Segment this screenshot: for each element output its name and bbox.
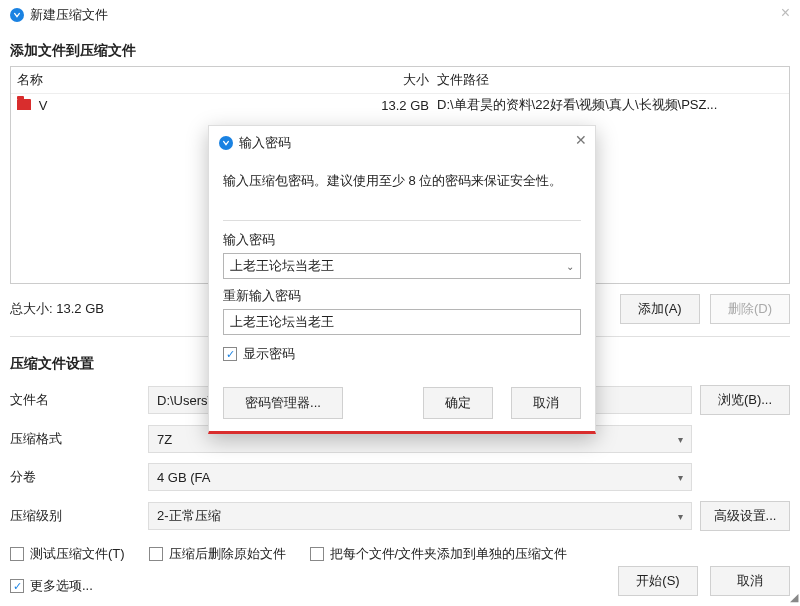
repeat-password-input[interactable]: 上老王论坛当老王 <box>223 309 581 335</box>
delete-original-checkbox[interactable]: 压缩后删除原始文件 <box>149 545 286 563</box>
folder-icon <box>17 99 31 110</box>
checkbox-icon <box>310 547 324 561</box>
format-label: 压缩格式 <box>10 430 140 448</box>
add-button[interactable]: 添加(A) <box>620 294 700 324</box>
app-icon <box>219 136 233 150</box>
checkbox-checked-icon: ✓ <box>223 347 237 361</box>
chevron-down-icon: ▾ <box>678 511 683 522</box>
filename-label: 文件名 <box>10 391 140 409</box>
col-name[interactable]: 名称 <box>17 71 377 89</box>
file-row[interactable]: V 13.2 GB D:\单君昊的资料\22好看\视频\真人\长视频\PSZ..… <box>11 94 789 116</box>
window-title: 新建压缩文件 <box>30 6 108 24</box>
dialog-hint: 输入压缩包密码。建议使用至少 8 位的密码来保证安全性。 <box>223 166 581 220</box>
more-options-checkbox[interactable]: ✓ 更多选项... <box>10 577 93 595</box>
level-select[interactable]: 2-正常压缩 ▾ <box>148 502 692 530</box>
split-select[interactable]: 4 GB (FA ▾ <box>148 463 692 491</box>
dialog-titlebar: 输入密码 ✕ <box>209 126 595 160</box>
start-button[interactable]: 开始(S) <box>618 566 698 596</box>
password-dialog: 输入密码 ✕ 输入压缩包密码。建议使用至少 8 位的密码来保证安全性。 输入密码… <box>208 125 596 434</box>
ok-button[interactable]: 确定 <box>423 387 493 419</box>
divider <box>223 220 581 221</box>
resize-grip-icon[interactable]: ◢ <box>790 591 798 604</box>
file-path: D:\单君昊的资料\22好看\视频\真人\长视频\PSZ... <box>437 96 783 114</box>
level-label: 压缩级别 <box>10 507 140 525</box>
browse-button[interactable]: 浏览(B)... <box>700 385 790 415</box>
split-label: 分卷 <box>10 468 140 486</box>
delete-button: 删除(D) <box>710 294 790 324</box>
chevron-down-icon[interactable]: ⌄ <box>566 261 574 272</box>
each-separate-checkbox[interactable]: 把每个文件/文件夹添加到单独的压缩文件 <box>310 545 568 563</box>
show-password-checkbox[interactable]: ✓ 显示密码 <box>223 345 295 363</box>
add-files-heading: 添加文件到压缩文件 <box>0 30 800 66</box>
window-close-icon[interactable]: × <box>781 4 790 22</box>
password-label: 输入密码 <box>223 231 581 249</box>
dialog-close-icon[interactable]: ✕ <box>575 132 587 148</box>
file-size: 13.2 GB <box>377 98 437 113</box>
file-list-header: 名称 大小 文件路径 <box>11 67 789 94</box>
repeat-password-label: 重新输入密码 <box>223 287 581 305</box>
test-archive-checkbox[interactable]: 测试压缩文件(T) <box>10 545 125 563</box>
cancel-button[interactable]: 取消 <box>710 566 790 596</box>
checkbox-checked-icon: ✓ <box>10 579 24 593</box>
checkbox-icon <box>149 547 163 561</box>
col-size[interactable]: 大小 <box>377 71 437 89</box>
file-name: V <box>39 98 48 113</box>
chevron-down-icon: ▾ <box>678 434 683 445</box>
total-size-label: 总大小: 13.2 GB <box>10 300 104 318</box>
password-manager-button[interactable]: 密码管理器... <box>223 387 343 419</box>
password-input[interactable]: 上老王论坛当老王 ⌄ <box>223 253 581 279</box>
app-icon <box>10 8 24 22</box>
chevron-down-icon: ▾ <box>678 472 683 483</box>
col-path[interactable]: 文件路径 <box>437 71 783 89</box>
dialog-cancel-button[interactable]: 取消 <box>511 387 581 419</box>
window-titlebar: 新建压缩文件 × <box>0 0 800 30</box>
advanced-button[interactable]: 高级设置... <box>700 501 790 531</box>
dialog-title: 输入密码 <box>239 134 291 152</box>
checkbox-icon <box>10 547 24 561</box>
